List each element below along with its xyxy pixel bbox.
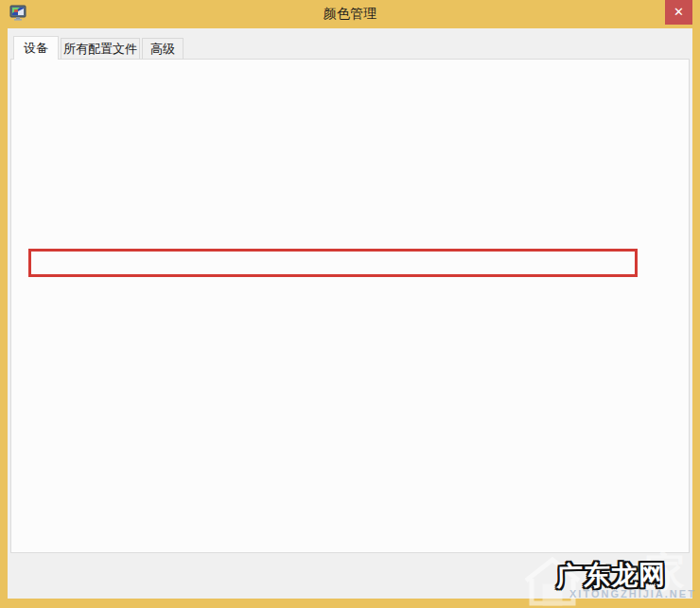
color-management-window: 颜色管理 ✕ 设备 所有配置文件 高级 设备(D): 显示器: 1. 通用非即插… xyxy=(0,0,700,608)
device-tab-page xyxy=(10,59,690,553)
window-title: 颜色管理 xyxy=(0,0,700,28)
tab-all-profiles[interactable]: 所有配置文件 xyxy=(61,38,140,59)
close-icon[interactable]: ✕ xyxy=(665,0,692,25)
tab-advanced[interactable]: 高级 xyxy=(142,38,184,59)
tab-devices[interactable]: 设备 xyxy=(13,36,59,60)
titlebar[interactable]: 颜色管理 ✕ xyxy=(0,0,700,28)
